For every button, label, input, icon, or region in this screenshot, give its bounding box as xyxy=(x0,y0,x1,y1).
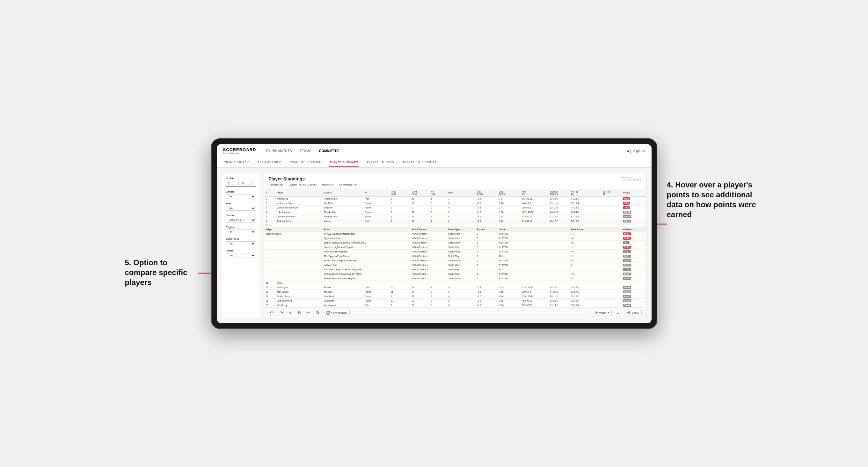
share-small-button[interactable]: ⋯ xyxy=(306,310,311,315)
data-panel: Player Standings Gender: Men Division: N… xyxy=(264,173,647,318)
update-time: Update time: 27/01/2024 16:56:26 xyxy=(621,176,641,181)
sub-nav: TEAM SUMMARY TEAM H2H GRID TEAM H2H HEAT… xyxy=(217,158,652,168)
points-badge[interactable]: 60.68 xyxy=(623,286,631,289)
sign-out[interactable]: Sign out xyxy=(633,149,645,153)
logo-sub: Powered by clippi xyxy=(223,152,256,154)
points-badge[interactable]: 59.95 xyxy=(623,299,631,302)
points-badge[interactable]: 76.3 xyxy=(623,202,630,205)
points-badge-highlighted[interactable]: 68.18 xyxy=(623,220,631,222)
no-rds-min-input[interactable] xyxy=(226,181,239,185)
table-row[interactable]: 5Christo LamprechtGeorgia TechFourth 221… xyxy=(264,214,646,219)
tab-team-h2h-grid[interactable]: TEAM H2H GRID xyxy=(256,158,282,167)
col-record: OverallRecord xyxy=(549,189,570,197)
share-button[interactable]: Share xyxy=(624,310,641,316)
division-select[interactable]: NCAA Division I xyxy=(226,218,256,222)
table-row-separator: Niche xyxy=(264,223,646,227)
clock-button[interactable] xyxy=(314,310,320,315)
table-row[interactable]: 4Luke ClantonFlorida StateSecond 52720 -… xyxy=(264,210,646,214)
logo-area: SCOREBOARD Powered by clippi xyxy=(223,147,256,154)
filter-bar: Gender: Men Division: NCAA Division I Re… xyxy=(269,183,357,186)
header-right: ◀ | Sign out xyxy=(626,149,645,153)
main-content: No Rds. Gender Men Ye xyxy=(217,168,652,323)
table-row[interactable]: 21Terhi... xyxy=(264,281,646,285)
filter-bar-region: Region: All xyxy=(322,183,334,186)
col-to-par: Avgto-Par xyxy=(498,189,521,197)
no-rds-label: No Rds. xyxy=(226,177,256,180)
expanded-row[interactable]: Wake Forest Invitational at Pinehurst No… xyxy=(264,240,646,245)
table-row[interactable]: 26Petr HrubyWashingtonFifth 72300 -1.61.… xyxy=(264,303,646,307)
svg-point-4 xyxy=(289,312,291,313)
conference-select[interactable]: (All) xyxy=(226,241,256,246)
col-yr: Yr xyxy=(363,189,389,197)
table-row[interactable]: 22Ian GilliganFloridaThird 102410 -0.81.… xyxy=(264,285,646,289)
logo-text: SCOREBOARD xyxy=(223,147,256,152)
svg-point-8 xyxy=(595,311,597,314)
col-vs25: Vs Top25 xyxy=(570,189,601,197)
tab-team-summary[interactable]: TEAM SUMMARY xyxy=(223,158,250,167)
expanded-row[interactable]: Amer An Intercollegiate NCAA Division I … xyxy=(264,249,646,254)
player-label: Player xyxy=(226,249,256,252)
year-label: Year xyxy=(226,202,256,205)
col-rds: NoRds. xyxy=(429,189,446,197)
filter-bar-division: Division: NCAA Division I xyxy=(288,183,317,186)
year-select[interactable]: (All) xyxy=(226,206,256,211)
watch-button[interactable]: Watch ▾ xyxy=(592,310,612,316)
points-badge[interactable]: 60.27 xyxy=(623,290,631,293)
table-row[interactable]: 25Cole SherwoodVanderbiltFourth 122300 -… xyxy=(264,299,646,303)
table-row[interactable]: 23Jack LundinMissouriFourth 113400 -0.31… xyxy=(264,289,646,294)
table-row[interactable]: 2Michael La SassoOle MissSecond 11800 -2… xyxy=(264,201,646,205)
expanded-row[interactable]: Fallen Oak Collegiate Invitational NCAA … xyxy=(264,258,646,263)
division-label: Division xyxy=(226,214,256,217)
col-num: # xyxy=(264,189,275,197)
player-select[interactable]: (All) xyxy=(226,253,256,258)
expanded-row[interactable]: Jackson Koivun UNCW Seahawk Intercollegi… xyxy=(264,231,646,236)
filter-player: Player (All) xyxy=(226,249,256,258)
table-row[interactable]: 1Wenyi DingArizona StateFirst 11511 -3.2… xyxy=(264,196,646,201)
col-wins: Wins xyxy=(446,189,475,197)
filter-bar-gender: Gender: Men xyxy=(269,183,284,186)
redo-button[interactable] xyxy=(278,310,284,315)
no-rds-max-input[interactable] xyxy=(240,181,253,185)
table-row-highlighted[interactable]: 6Jackson KoivunAuburnFirst 22710 -2.02.7… xyxy=(264,219,646,223)
expanded-row[interactable]: SEC Stroke Play hosted by Jerry Pate NCA… xyxy=(264,272,646,276)
download-button[interactable] xyxy=(615,310,621,315)
nav-tournaments[interactable]: TOURNAMENTS xyxy=(266,148,292,154)
expanded-row[interactable]: Mirabel Maui Jim Intercollegiate NCAA Di… xyxy=(264,276,646,281)
gender-select[interactable]: Men xyxy=(226,194,256,199)
region-label: Region xyxy=(226,226,256,228)
app-header: SCOREBOARD Powered by clippi TOURNAMENTS… xyxy=(217,144,652,158)
tab-player-h2h-grid[interactable]: PLAYER H2H GRID xyxy=(366,158,395,167)
copy-button[interactable] xyxy=(297,310,303,315)
expanded-row[interactable]: Williams Cup NCAA Division I Stroke Play… xyxy=(264,263,646,267)
tab-player-summary[interactable]: PLAYER SUMMARY xyxy=(329,158,360,167)
view-original-button[interactable]: View: Original xyxy=(323,310,350,316)
table-row[interactable]: 24Bastien AmatNew MexicoFourth 12720 -1.… xyxy=(264,294,646,299)
region-select[interactable]: N/A xyxy=(226,229,256,234)
table-row[interactable]: 3Michael ThorbjornsenStanfordFourth 1000… xyxy=(264,205,646,210)
nav-committee[interactable]: COMMITTEE xyxy=(319,148,340,154)
points-badge[interactable]: 88.94 xyxy=(623,211,631,214)
expanded-row[interactable]: Southern Highlands Collegiate NCAA Divis… xyxy=(264,245,646,249)
tab-player-h2h-heatmap[interactable]: PLAYER H2H HEATMAP xyxy=(402,158,438,167)
conference-label: Conference xyxy=(226,238,256,240)
expanded-row[interactable]: SEC Match Play hosted by Jerry Pate NCAA… xyxy=(264,267,646,272)
expanded-row[interactable]: The Cypress Point Classic NCAA Division … xyxy=(264,254,646,258)
col-conf-rank: ConfRank xyxy=(410,189,429,197)
svg-point-10 xyxy=(629,311,630,312)
points-badge[interactable]: 80.89 xyxy=(623,215,631,218)
expanded-row[interactable]: Tiger Invitational NCAA Division I Strok… xyxy=(264,236,646,240)
settings-button[interactable] xyxy=(287,310,293,315)
watch-chevron: ▾ xyxy=(608,311,609,314)
expanded-header-row: Player Event Event Division Event Type R… xyxy=(264,227,646,231)
points-badge[interactable]: 58.49 xyxy=(623,304,631,307)
watch-label: Watch xyxy=(599,311,606,314)
col-sg: AvgSG xyxy=(521,189,549,197)
header-back[interactable]: ◀ | xyxy=(626,149,630,153)
points-badge[interactable]: 60.02 xyxy=(623,295,631,298)
tab-team-h2h-heatmap[interactable]: TEAM H2H HEATMAP xyxy=(289,158,322,167)
points-badge[interactable]: 70.2 xyxy=(623,206,630,209)
view-label: View: Original xyxy=(331,311,347,314)
nav-teams[interactable]: TEAMS xyxy=(300,148,311,154)
points-badge[interactable]: 88.2 xyxy=(623,197,630,200)
undo-button[interactable] xyxy=(269,310,275,315)
